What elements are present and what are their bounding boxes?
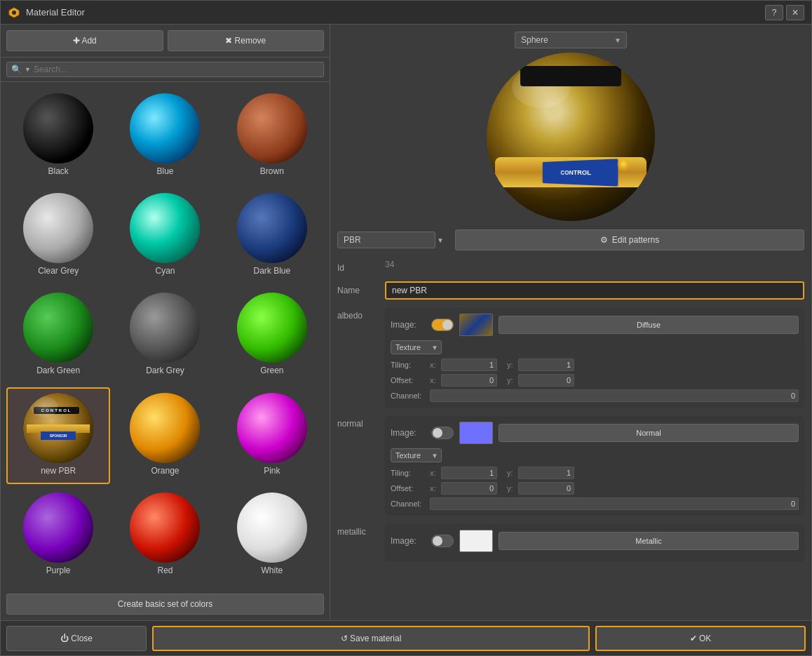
- remove-material-button[interactable]: ✖ Remove: [168, 30, 325, 51]
- albedo-offset-x-field: x:: [430, 374, 497, 387]
- albedo-tex-dropdown-wrap: Texture Color Gradient ▼: [391, 340, 442, 354]
- app-icon: [8, 6, 20, 19]
- albedo-texture-type-dropdown[interactable]: Texture Color Gradient: [391, 340, 442, 354]
- close-window-button[interactable]: ✕: [786, 5, 804, 20]
- preview-area: CONTROL: [337, 53, 804, 221]
- normal-tiling-y-axis-label: y:: [507, 469, 515, 477]
- material-sphere-red: [130, 493, 200, 563]
- material-item-white[interactable]: White: [220, 487, 324, 584]
- close-button[interactable]: ⏻ Close: [6, 626, 147, 651]
- albedo-offset-y-input[interactable]: [518, 374, 574, 387]
- metallic-texture-name-button[interactable]: Metallic: [499, 532, 799, 550]
- normal-tiling-y-input[interactable]: [518, 467, 574, 479]
- material-item-darkgreen[interactable]: Dark Green: [6, 287, 110, 384]
- albedo-toggle-knob: [442, 320, 452, 330]
- material-sphere-purple: [23, 493, 93, 563]
- search-input[interactable]: [34, 65, 319, 74]
- material-item-cleargrey[interactable]: Clear Grey: [6, 187, 110, 284]
- material-sphere-pink: [237, 393, 307, 463]
- metallic-toggle-knob: [433, 536, 442, 546]
- metallic-content: Image: Metallic: [385, 524, 804, 562]
- preview-sphere-stripe: [520, 66, 621, 86]
- normal-offset-x-input[interactable]: [441, 482, 497, 495]
- normal-offset-y-input[interactable]: [518, 482, 574, 495]
- albedo-tiling-row: Tiling: x: y:: [391, 359, 799, 371]
- normal-tiling-x-input[interactable]: [441, 467, 497, 479]
- shape-dropdown-wrap: Sphere Box Cylinder Plane ▼: [515, 32, 627, 48]
- create-basic-set-button[interactable]: Create basic set of colors: [6, 594, 324, 615]
- right-panel: Sphere Box Cylinder Plane ▼ CONTROL: [330, 25, 811, 620]
- material-item-green[interactable]: Green: [220, 287, 324, 384]
- normal-tiling-y-field: y:: [507, 467, 574, 479]
- albedo-offset-row: Offset: x: y:: [391, 374, 799, 387]
- dropdown-arrow-search: ▼: [25, 66, 31, 73]
- material-item-pink[interactable]: Pink: [220, 387, 324, 484]
- shape-dropdown[interactable]: Sphere Box Cylinder Plane: [515, 32, 627, 48]
- material-item-darkgrey[interactable]: Dark Grey: [113, 287, 217, 384]
- material-sphere-black: [23, 93, 93, 163]
- albedo-toggle[interactable]: [431, 319, 454, 331]
- albedo-image-preview[interactable]: [459, 314, 493, 336]
- material-label-orange: Orange: [151, 466, 179, 476]
- albedo-channel-input[interactable]: [430, 389, 799, 402]
- albedo-tiling-label: Tiling:: [391, 361, 426, 369]
- albedo-tiling-y-field: y:: [507, 359, 574, 371]
- albedo-offset-x-input[interactable]: [441, 374, 497, 387]
- albedo-texture-section: Image: Diffuse Texture: [385, 308, 804, 408]
- id-value: 34: [385, 259, 804, 269]
- material-item-newpbr[interactable]: CONTROL SPONSOR new PBR: [6, 387, 110, 484]
- preview-sphere-logo: CONTROL: [543, 159, 618, 186]
- metallic-label: metallic: [337, 524, 379, 537]
- metallic-image-preview[interactable]: [459, 530, 493, 552]
- pbr-type-dropdown[interactable]: PBR Standard Unlit: [337, 232, 435, 248]
- ok-button[interactable]: ✔ OK: [595, 626, 806, 651]
- name-label: Name: [337, 281, 379, 295]
- material-sphere-cleargrey: [23, 193, 93, 263]
- name-input[interactable]: [385, 281, 804, 300]
- albedo-tiling-x-input[interactable]: [441, 359, 497, 371]
- save-material-button[interactable]: ↺ Save material: [152, 626, 590, 651]
- material-item-darkblue[interactable]: Dark Blue: [220, 187, 324, 284]
- material-sphere-blue: [130, 93, 200, 163]
- edit-patterns-button[interactable]: ⚙ Edit patterns: [455, 229, 804, 250]
- albedo-tiling-y-axis-label: y:: [507, 361, 515, 369]
- metallic-image-row: Image: Metallic: [391, 530, 799, 552]
- normal-offset-x-axis-label: x:: [430, 484, 438, 493]
- preview-sphere-light: [617, 158, 630, 170]
- albedo-tiling-x-field: x:: [430, 359, 497, 371]
- materials-grid: Black Blue Brown Clear Grey: [1, 82, 330, 589]
- material-item-brown[interactable]: Brown: [220, 88, 324, 185]
- add-material-button[interactable]: ✚ Add: [6, 30, 163, 51]
- normal-texture-name-button[interactable]: Normal: [499, 424, 799, 442]
- id-number: 34: [385, 256, 394, 273]
- normal-content: Image: Normal Texture: [385, 416, 804, 516]
- preview-sphere: CONTROL: [487, 53, 655, 221]
- normal-tex-dropdown-wrap: Texture Color Gradient ▼: [391, 448, 442, 462]
- material-label-white: White: [261, 565, 283, 575]
- gear-icon: ⚙: [600, 235, 608, 245]
- normal-toggle[interactable]: [431, 427, 454, 439]
- material-item-cyan[interactable]: Cyan: [113, 187, 217, 284]
- material-label-black: Black: [48, 166, 68, 176]
- normal-texture-section: Image: Normal Texture: [385, 416, 804, 516]
- normal-texture-type-dropdown[interactable]: Texture Color Gradient: [391, 448, 442, 462]
- normal-channel-input[interactable]: [430, 497, 799, 510]
- normal-image-preview[interactable]: [459, 422, 493, 444]
- window-controls: ? ✕: [765, 5, 804, 20]
- material-item-black[interactable]: Black: [6, 88, 110, 185]
- albedo-offset-y-axis-label: y:: [507, 376, 515, 384]
- material-item-purple[interactable]: Purple: [6, 487, 110, 584]
- albedo-label: albedo: [337, 308, 379, 321]
- material-item-orange[interactable]: Orange: [113, 387, 217, 484]
- material-item-blue[interactable]: Blue: [113, 88, 217, 185]
- albedo-tiling-y-input[interactable]: [518, 359, 574, 371]
- help-button[interactable]: ?: [765, 5, 783, 20]
- normal-channel-row: Channel:: [391, 497, 799, 510]
- material-item-red[interactable]: Red: [113, 487, 217, 584]
- albedo-texture-name-button[interactable]: Diffuse: [499, 316, 799, 334]
- albedo-row: albedo Image: Diffuse: [337, 308, 804, 408]
- normal-image-row: Image: Normal: [391, 422, 799, 444]
- normal-tiling-row: Tiling: x: y:: [391, 467, 799, 479]
- metallic-toggle[interactable]: [431, 535, 454, 547]
- material-label-purple: Purple: [46, 565, 71, 575]
